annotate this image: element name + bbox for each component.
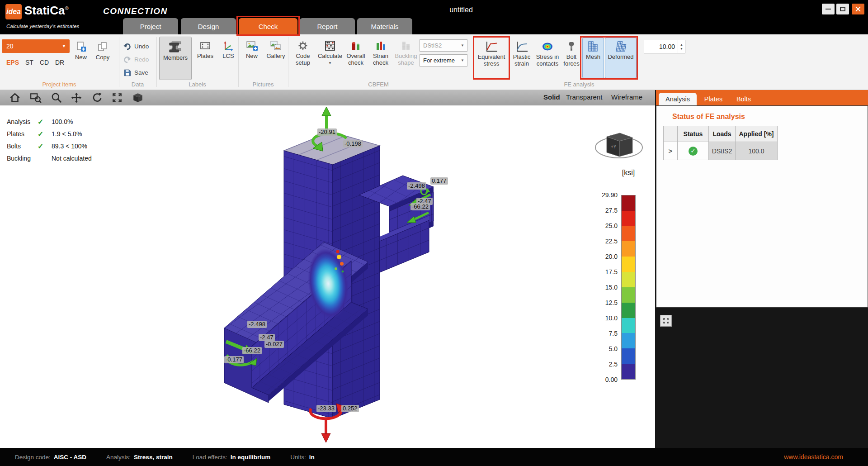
viewport-canvas[interactable]: +Y Analysis ✓ 100.0% Plates ✓ 1.9 < 5.0%… (0, 105, 655, 448)
copy-project-item-button[interactable]: Copy (92, 38, 113, 69)
analysis-status-content: Status of FE analysis Status Loads Appli… (656, 105, 868, 308)
fe-status-heading: Status of FE analysis (672, 113, 745, 121)
status-bar: Design code: AISC - ASD Analysis: Stress… (0, 448, 868, 466)
legend-segment (622, 195, 635, 211)
document-title: untitled (407, 6, 515, 14)
equivalent-stress-button[interactable]: Equivalent stress (476, 38, 507, 78)
stress-in-contacts-button[interactable]: Stress in contacts (534, 38, 561, 78)
bolt-forces-button[interactable]: Bolt forces (561, 38, 581, 78)
toggle-cd[interactable]: CD (40, 59, 49, 66)
member-beam-icon (168, 40, 183, 53)
plate-icon (199, 40, 211, 52)
calculate-dropdown-arrow-icon[interactable]: ▼ (328, 61, 332, 65)
zoom-fit-icon[interactable] (111, 92, 123, 104)
tab-design[interactable]: Design (181, 18, 236, 34)
tab-bolts[interactable]: Bolts (730, 93, 757, 105)
legend-color-bar (621, 195, 636, 380)
close-button[interactable] (852, 4, 864, 14)
minimize-button[interactable] (822, 4, 835, 14)
project-item-selector[interactable]: 20 ▼ (2, 39, 70, 53)
check-icon: ✓ (38, 118, 52, 126)
buckling-icon (400, 40, 412, 52)
calculate-button[interactable]: Calculate ▼ (317, 37, 343, 80)
cube-axis-label: +Y (611, 144, 617, 149)
overall-check-icon (350, 40, 362, 52)
code-setup-button[interactable]: Code setup (290, 37, 316, 80)
logo-tagline: Calculate yesterday's estimates (6, 24, 79, 29)
plates-labels-button[interactable]: Plates (193, 37, 217, 80)
gallery-icon (270, 40, 282, 52)
save-button[interactable]: Save (123, 67, 148, 78)
minimize-icon (826, 9, 831, 10)
tab-check[interactable]: Check (239, 18, 297, 34)
ribbon-separator (119, 37, 119, 87)
close-icon (855, 6, 861, 12)
lcs-labels-button[interactable]: LCS (218, 37, 238, 80)
toggle-st[interactable]: ST (25, 59, 33, 66)
new-project-item-button[interactable]: New (71, 38, 91, 69)
tab-project[interactable]: Project (123, 18, 178, 34)
check-icon: ✓ (38, 142, 52, 151)
redo-button[interactable]: Redo (123, 54, 149, 65)
deformed-mesh-icon (614, 41, 627, 52)
website-link[interactable]: www.ideastatica.com (784, 448, 843, 466)
solid-box-icon[interactable] (132, 92, 144, 104)
undo-button[interactable]: Undo (123, 41, 149, 52)
pan-icon[interactable] (71, 92, 82, 104)
legend-tick-labels: 29.90 27.5 25.0 22.5 20.0 17.5 15.0 12.5… (579, 191, 618, 383)
home-view-icon[interactable] (9, 92, 21, 104)
maximize-button[interactable] (836, 4, 849, 14)
ribbon-separator (156, 37, 157, 87)
load-label: -20.91 (317, 128, 337, 136)
rotate-icon[interactable] (91, 92, 103, 104)
ribbon: 20 ▼ EPS ST CD DR New Copy Project items (0, 34, 868, 90)
toggle-dr[interactable]: DR (55, 59, 64, 66)
deformation-scale-spinner[interactable]: 10.00 ▲ ▼ (644, 40, 685, 53)
strain-check-button[interactable]: Strain check (369, 37, 392, 80)
view-mode-transparent[interactable]: Transparent (566, 93, 602, 101)
module-name: CONNECTION (103, 6, 168, 16)
redo-icon (123, 55, 132, 64)
mesh-icon (587, 41, 599, 52)
orientation-cube[interactable]: +Y (595, 133, 642, 158)
spin-up-icon[interactable]: ▲ (680, 43, 683, 47)
tab-plates[interactable]: Plates (698, 93, 728, 105)
abacus-icon (324, 40, 336, 52)
legend-segment (622, 211, 635, 226)
new-photo-icon (246, 40, 258, 52)
save-icon (123, 68, 132, 77)
view-mode-wireframe[interactable]: Wireframe (611, 93, 642, 101)
undo-icon (123, 42, 132, 51)
gallery-button[interactable]: Gallery (264, 37, 288, 80)
tab-analysis[interactable]: Analysis (659, 93, 697, 105)
fe-model-scene[interactable]: +Y (0, 105, 655, 448)
contact-stress-icon (542, 41, 553, 52)
zoom-icon[interactable] (51, 92, 62, 104)
legend-segment (622, 226, 635, 242)
extreme-dropdown[interactable]: For extreme ▼ (420, 54, 467, 67)
toggle-eps[interactable]: EPS (6, 59, 19, 66)
buckling-shape-button[interactable]: Buckling shape (393, 37, 419, 80)
load-case-dropdown[interactable]: DStIS2 ▼ (420, 39, 467, 52)
expand-arrows-icon (663, 318, 669, 324)
overall-check-button[interactable]: Overall check (344, 37, 368, 80)
panel-expand-button[interactable] (660, 315, 672, 327)
legend-segment (622, 257, 635, 272)
section-label-labels: Labels (156, 81, 238, 88)
table-row-expand[interactable]: > (663, 142, 678, 160)
app-window: idea StatiCa® Calculate yesterday's esti… (0, 0, 868, 466)
tab-materials[interactable]: Materials (357, 18, 412, 34)
strain-check-icon (375, 40, 387, 52)
new-picture-button[interactable]: New (241, 37, 263, 80)
members-labels-button[interactable]: Members (159, 37, 192, 80)
tab-report[interactable]: Report (300, 18, 355, 34)
title-bar: idea StatiCa® Calculate yesterday's esti… (0, 0, 868, 34)
zoom-window-icon[interactable] (30, 92, 42, 104)
plastic-strain-button[interactable]: Plastic strain (510, 38, 533, 78)
deformed-button[interactable]: Deformed (605, 38, 637, 78)
dropdown-arrow-icon: ▼ (461, 43, 467, 48)
view-mode-solid[interactable]: Solid (543, 93, 560, 101)
mesh-button[interactable]: Mesh (582, 38, 604, 78)
spin-down-icon[interactable]: ▼ (680, 47, 683, 51)
logo-text-idea: idea (6, 8, 21, 16)
